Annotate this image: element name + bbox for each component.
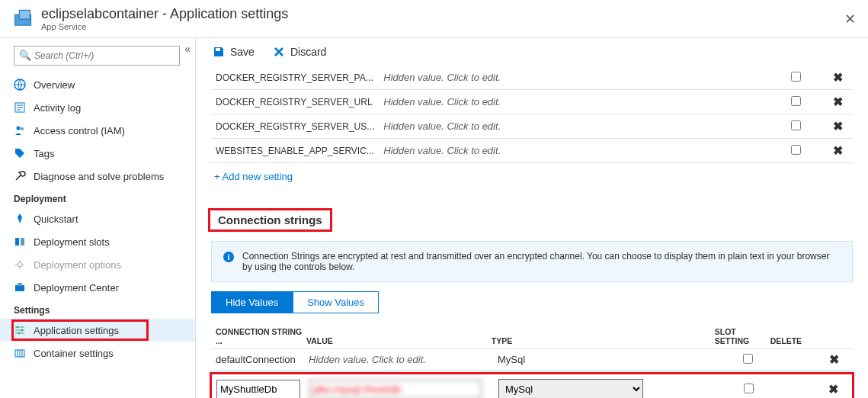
sidebar-item-deployment-center[interactable]: Deployment Center: [0, 276, 195, 299]
slot-checkbox[interactable]: [743, 354, 753, 364]
conn-name-input[interactable]: [216, 380, 300, 398]
window-header: eclipselabcontainer - Application settin…: [0, 0, 868, 38]
sidebar-item-access-control[interactable]: Access control (IAM): [0, 119, 195, 142]
gear-icon: [14, 258, 26, 271]
sidebar-item-activity-log[interactable]: Activity log: [0, 96, 195, 119]
hide-values-button[interactable]: Hide Values: [211, 291, 293, 313]
page-subtitle: App Service: [41, 22, 288, 31]
conn-row-editing[interactable]: MySql ✖: [215, 377, 849, 398]
sidebar-item-overview[interactable]: Overview: [0, 73, 195, 96]
sidebar: « 🔍 Overview Activity log Access control…: [0, 38, 196, 398]
save-button[interactable]: Save: [213, 46, 255, 58]
table-row[interactable]: DOCKER_REGISTRY_SERVER_PA...Hidden value…: [211, 66, 853, 90]
conn-value-input[interactable]: [309, 380, 482, 398]
svg-rect-15: [216, 48, 220, 51]
sidebar-item-container-settings[interactable]: Container settings: [0, 342, 195, 364]
center-icon: [14, 281, 26, 294]
wrench-icon: [14, 170, 26, 182]
discard-button[interactable]: Discard: [273, 46, 326, 58]
delete-button[interactable]: ✖: [778, 352, 848, 367]
info-banner: i Connection Strings are encrypted at re…: [211, 241, 853, 282]
globe-icon: [14, 79, 26, 91]
svg-rect-9: [15, 285, 24, 291]
connection-strings-heading: Connection strings: [208, 208, 332, 232]
rocket-icon: [14, 213, 26, 225]
sidebar-group-settings: Settings: [0, 299, 195, 319]
collapse-sidebar-icon[interactable]: «: [184, 43, 191, 55]
sidebar-item-deployment-options: Deployment options: [0, 253, 195, 276]
close-button[interactable]: ✕: [844, 11, 856, 27]
container-icon: [14, 347, 26, 359]
log-icon: [14, 101, 26, 114]
table-row[interactable]: DOCKER_REGISTRY_SERVER_US...Hidden value…: [211, 114, 853, 139]
svg-point-8: [18, 262, 22, 267]
sidebar-item-tags[interactable]: Tags: [0, 142, 195, 165]
sidebar-group-deployment: Deployment: [0, 188, 195, 207]
conn-table-header: CONNECTION STRING ... VALUE TYPE SLOT SE…: [211, 324, 853, 349]
svg-rect-6: [15, 238, 19, 246]
people-icon: [14, 124, 26, 136]
sidebar-item-deployment-slots[interactable]: Deployment slots: [0, 230, 195, 253]
info-icon: i: [223, 251, 235, 272]
delete-button[interactable]: ✖: [822, 66, 853, 90]
sidebar-item-diagnose[interactable]: Diagnose and solve problems: [0, 165, 195, 188]
tag-icon: [14, 147, 26, 159]
svg-rect-1: [19, 10, 30, 19]
conn-type-select[interactable]: MySql: [498, 379, 643, 398]
delete-button[interactable]: ✖: [779, 382, 847, 396]
delete-button[interactable]: ✖: [822, 139, 853, 163]
delete-button[interactable]: ✖: [822, 114, 853, 139]
slot-checkbox[interactable]: [744, 384, 754, 393]
app-settings-table: DOCKER_REGISTRY_SERVER_PA...Hidden value…: [211, 66, 853, 163]
sidebar-item-quickstart[interactable]: Quickstart: [0, 207, 195, 230]
slot-checkbox[interactable]: [791, 120, 801, 130]
svg-rect-10: [18, 283, 22, 286]
svg-point-13: [18, 332, 21, 335]
search-input[interactable]: [14, 46, 180, 66]
slot-checkbox[interactable]: [791, 145, 801, 155]
slot-checkbox[interactable]: [791, 96, 801, 106]
slot-checkbox[interactable]: [791, 72, 801, 82]
toolbar: Save Discard: [196, 38, 868, 66]
page-title: eclipselabcontainer - Application settin…: [41, 6, 288, 22]
svg-point-12: [21, 329, 24, 332]
show-values-button[interactable]: Show Values: [293, 291, 379, 313]
table-row[interactable]: DOCKER_REGISTRY_SERVER_URLHidden value. …: [211, 90, 853, 114]
search-icon: 🔍: [19, 50, 31, 61]
svg-text:i: i: [227, 252, 229, 262]
table-row[interactable]: WEBSITES_ENABLE_APP_SERVIC...Hidden valu…: [211, 139, 853, 163]
svg-point-5: [21, 127, 24, 130]
svg-point-11: [17, 326, 19, 329]
delete-button[interactable]: ✖: [822, 90, 853, 114]
svg-point-4: [17, 127, 21, 130]
sidebar-item-application-settings[interactable]: Application settings: [0, 319, 195, 342]
sliders-icon: [14, 324, 26, 336]
svg-rect-7: [21, 238, 24, 246]
slots-icon: [14, 236, 26, 248]
app-service-icon: [12, 8, 34, 30]
add-setting-link[interactable]: + Add new setting: [211, 163, 296, 190]
highlight-marker: MySql ✖: [210, 372, 854, 398]
conn-row[interactable]: defaultConnection Hidden value. Click to…: [211, 349, 853, 371]
